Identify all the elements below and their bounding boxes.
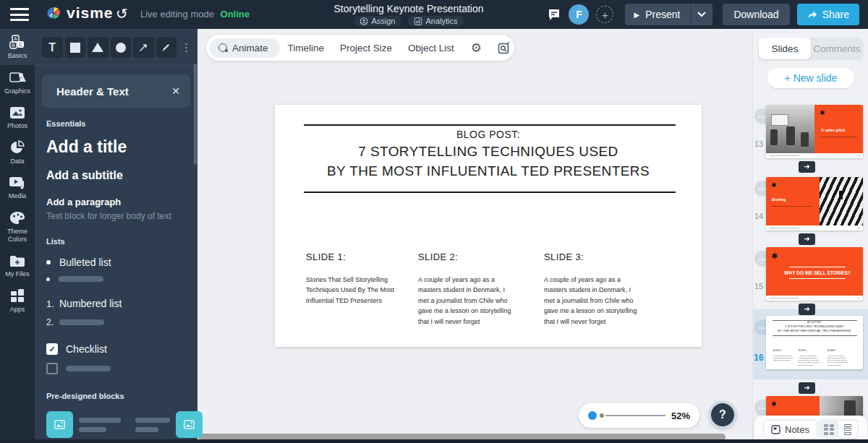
list-view-button[interactable] (838, 421, 857, 438)
numbered-list-item[interactable]: 1. Numbered list (46, 298, 186, 309)
left-sidebar: ABC Basics Graphics Photos Data Media Th… (0, 29, 35, 443)
slide-canvas[interactable]: BLOG POST: 7 STORYTELLING TECHNIQUES USE… (275, 105, 702, 347)
transition-icon[interactable]: ➜ (799, 304, 815, 315)
pen-tool-button[interactable] (156, 37, 177, 58)
circle-tool-button[interactable] (111, 37, 132, 58)
more-tools-icon[interactable]: ⋮ (181, 41, 192, 54)
gear-icon[interactable]: ⚙ (462, 40, 490, 56)
slide-column-3[interactable]: SLIDE 3: A couple of years ago as a mast… (544, 251, 639, 327)
hamburger-menu-icon[interactable] (10, 8, 29, 21)
sidebar-label-apps: Apps (10, 306, 25, 314)
bullet-icon (46, 260, 51, 264)
transition-icon[interactable]: ➜ (799, 233, 815, 245)
paragraph-hint: Text block for longer body of text (46, 211, 186, 221)
undo-icon[interactable]: ↺ (116, 5, 128, 22)
tab-comments[interactable]: Comments (811, 38, 863, 59)
document-header: Storytelling Keynote Presentation Assign… (333, 0, 483, 26)
placeholder-bar (59, 319, 104, 325)
thumbnail-caption-block: WHY DO WE SELL STORIES? (783, 264, 851, 282)
square-tool-button[interactable] (65, 37, 86, 58)
arrow-tool-button[interactable] (133, 37, 154, 58)
find-on-canvas-icon[interactable] (490, 42, 513, 54)
title-rule-top (304, 124, 676, 126)
canvas-toolbar: Animate Timeline Project Size Object Lis… (206, 35, 514, 61)
graphics-shapes-icon (9, 71, 26, 85)
notes-icon (771, 425, 780, 434)
zoom-slider-handle[interactable] (588, 411, 597, 420)
visme-chameleon-icon (45, 5, 62, 21)
transition-icon[interactable]: ➜ (799, 382, 815, 394)
visme-logo[interactable]: visme (45, 4, 114, 22)
add-collaborator-button[interactable]: + (596, 6, 613, 23)
placeholder-bar (66, 366, 111, 371)
slide-column-2[interactable]: SLIDE 2: A couple of years ago as a mast… (418, 251, 514, 327)
zoom-slider-track[interactable] (605, 415, 665, 416)
checklist-placeholder (46, 363, 186, 374)
tab-slides[interactable]: Slides (759, 38, 811, 59)
placeholder-bar (59, 276, 103, 282)
thumbnail-mini-slide: BLOG POST: 7 STORYTELLING TECHNIQUES USE… (766, 316, 863, 369)
add-paragraph-item[interactable]: Add a paragraph (46, 197, 186, 207)
bulleted-list-item[interactable]: Bulleted list (46, 257, 186, 268)
essentials-section-label: Essentials (46, 119, 186, 128)
slide-thumbnail-16-selected[interactable]: BLOG POST: 7 STORYTELLING TECHNIQUES USE… (766, 316, 863, 369)
close-icon[interactable]: ✕ (171, 85, 180, 97)
predesigned-block-image-left[interactable] (46, 411, 121, 438)
media-video-icon (9, 176, 26, 189)
slide-thumbnail-14[interactable]: ✱ Boring → (766, 177, 863, 231)
assign-button[interactable]: Assign (353, 16, 401, 26)
sidebar-label-data: Data (10, 158, 24, 165)
thumbnail-caption: A sales pitch (821, 128, 846, 132)
view-toggle (818, 419, 859, 439)
sidebar-item-basics[interactable]: ABC Basics (0, 29, 35, 65)
sidebar-item-graphics[interactable]: Graphics (0, 65, 35, 100)
present-dropdown-button[interactable] (690, 4, 712, 25)
comment-icon[interactable] (547, 7, 561, 22)
numbered-list-label: Numbered list (59, 298, 122, 309)
sidebar-item-theme-colors[interactable]: Theme Colors (0, 205, 35, 249)
placeholder-bar (135, 427, 158, 432)
sidebar-item-photos[interactable]: Photos (0, 100, 35, 135)
panel-scrollbar[interactable] (194, 64, 197, 165)
notes-button[interactable]: Notes (763, 420, 817, 439)
thumbnail-caption: Boring (772, 197, 786, 202)
zoom-value: 52% (671, 410, 690, 421)
slide-title-block[interactable]: BLOG POST: 7 STORYTELLING TECHNIQUES USE… (275, 129, 702, 179)
analytics-button[interactable]: Analytics (407, 16, 464, 26)
avatar[interactable]: F (569, 4, 589, 25)
text-tool-button[interactable]: T (42, 37, 63, 58)
add-subtitle-item[interactable]: Add a subtitle (46, 169, 186, 182)
predesigned-block-image-right[interactable] (135, 411, 203, 438)
assign-label: Assign (371, 17, 395, 25)
timeline-button[interactable]: Timeline (280, 43, 333, 53)
photos-image-icon (9, 106, 25, 119)
triangle-tool-button[interactable] (88, 37, 109, 58)
checklist-item[interactable]: ✓ Checklist (46, 343, 186, 355)
sidebar-item-apps[interactable]: Apps (0, 283, 35, 319)
new-slide-button[interactable]: + New slide (767, 68, 854, 88)
present-button[interactable]: ▶ Present (625, 4, 690, 25)
analytics-chart-icon (414, 17, 422, 25)
grid-view-button[interactable] (820, 421, 838, 438)
sidebar-item-my-files[interactable]: My Files (0, 249, 35, 283)
add-title-item[interactable]: Add a title (46, 137, 186, 157)
download-button[interactable]: Download (723, 4, 789, 25)
thumbnail-footer: → (766, 225, 863, 231)
share-button[interactable]: Share (797, 4, 859, 25)
document-title[interactable]: Storytelling Keynote Presentation (333, 3, 483, 14)
column-heading: SLIDE 1: (306, 251, 401, 262)
transition-icon[interactable]: ➜ (799, 161, 815, 173)
sidebar-item-media[interactable]: Media (0, 171, 35, 205)
sidebar-item-data[interactable]: Data (0, 134, 35, 171)
slide-thumbnail-13[interactable]: ✱ A sales pitch → (766, 105, 863, 158)
help-button[interactable]: ? (709, 401, 736, 429)
animate-button[interactable]: Animate (210, 38, 280, 58)
share-arrow-icon (807, 10, 817, 19)
slide-thumbnail-15[interactable]: ✱ WHY DO WE SELL STORIES? → (766, 247, 863, 301)
project-size-button[interactable]: Project Size (332, 43, 400, 53)
basics-blocks-icon: ABC (9, 35, 25, 49)
slide-column-1[interactable]: SLIDE 1: Stories That Sell Storytelling … (306, 251, 401, 306)
pen-icon (161, 42, 171, 53)
object-list-button[interactable]: Object List (400, 43, 462, 53)
live-editing-status: Live editing mode Online (140, 9, 250, 20)
